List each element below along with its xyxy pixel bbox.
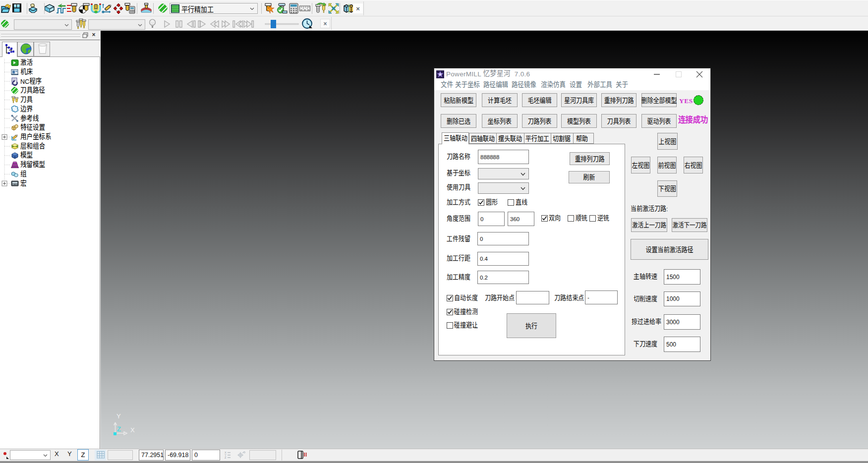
svg-text:X: X <box>130 426 135 434</box>
svg-text:宏: 宏 <box>20 179 27 187</box>
svg-text:Z: Z <box>117 425 121 433</box>
svg-text:激活: 激活 <box>20 58 33 66</box>
svg-text:NC程序: NC程序 <box>20 77 42 85</box>
svg-text:参考线: 参考线 <box>20 115 39 122</box>
svg-text:边界: 边界 <box>20 105 33 113</box>
svg-text:刀具: 刀具 <box>20 96 33 104</box>
svg-text:用户坐标系: 用户坐标系 <box>20 133 52 141</box>
svg-text:残留模型: 残留模型 <box>20 161 45 169</box>
svg-text:刀具路径: 刀具路径 <box>20 86 45 94</box>
svg-text:特征设置: 特征设置 <box>20 123 45 131</box>
svg-text:机床: 机床 <box>20 68 33 76</box>
svg-text:组: 组 <box>20 170 27 178</box>
svg-text:Y: Y <box>116 412 121 420</box>
svg-text:模型: 模型 <box>20 151 33 159</box>
svg-text:层和组合: 层和组合 <box>20 142 46 150</box>
